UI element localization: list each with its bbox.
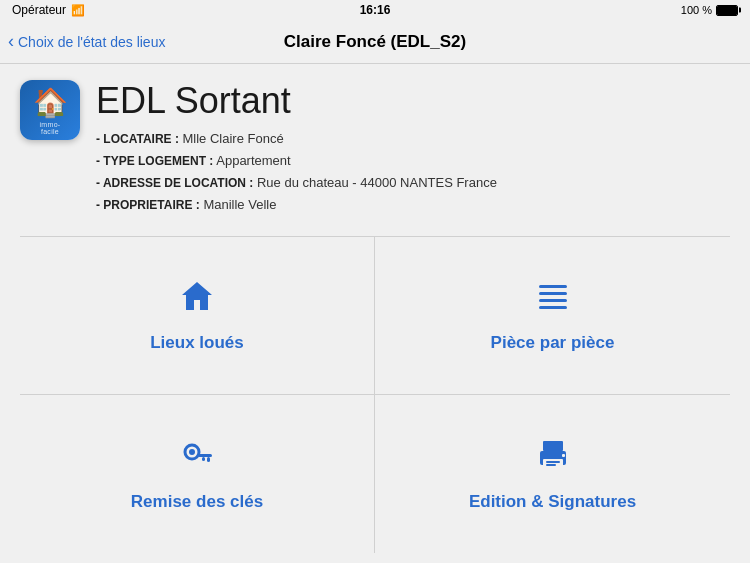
svg-rect-6 — [198, 454, 212, 457]
svg-rect-0 — [539, 285, 567, 288]
battery-icon — [716, 5, 738, 16]
adresse-value: Rue du chateau - 44000 NANTES France — [257, 175, 497, 190]
nav-title: Claire Foncé (EDL_S2) — [284, 32, 466, 52]
svg-rect-3 — [539, 306, 567, 309]
locataire-row: - LOCATAIRE : Mlle Claire Foncé — [96, 128, 497, 150]
battery-percent-label: 100 % — [681, 4, 712, 16]
edl-title: EDL Sortant — [96, 80, 497, 122]
svg-rect-1 — [539, 292, 567, 295]
svg-rect-7 — [207, 457, 210, 462]
header-section: 🏠 immo-facile EDL Sortant - LOCATAIRE : … — [20, 80, 730, 216]
nav-back-button[interactable]: ‹ Choix de l'état des lieux — [8, 33, 165, 50]
lieux-loues-button[interactable]: Lieux loués — [20, 237, 375, 395]
list-icon — [535, 278, 571, 323]
svg-rect-12 — [562, 454, 565, 457]
svg-rect-13 — [546, 461, 560, 463]
piece-par-piece-button[interactable]: Pièce par pièce — [375, 237, 730, 395]
status-right: 100 % — [681, 4, 738, 16]
lieux-loues-label: Lieux loués — [150, 333, 244, 353]
remise-des-cles-button[interactable]: Remise des clés — [20, 395, 375, 553]
proprietaire-label: - PROPRIETAIRE : — [96, 198, 200, 212]
logo-inner: 🏠 immo-facile — [33, 86, 68, 135]
edition-signatures-label: Edition & Signatures — [469, 492, 636, 512]
piece-par-piece-label: Pièce par pièce — [491, 333, 615, 353]
svg-rect-2 — [539, 299, 567, 302]
operator-label: Opérateur — [12, 3, 66, 17]
edition-signatures-button[interactable]: Edition & Signatures — [375, 395, 730, 553]
status-time: 16:16 — [360, 3, 391, 17]
proprietaire-value: Manille Velle — [203, 197, 276, 212]
type-value: Appartement — [216, 153, 290, 168]
battery-fill — [717, 6, 737, 15]
main-content: 🏠 immo-facile EDL Sortant - LOCATAIRE : … — [0, 64, 750, 563]
nav-bar: ‹ Choix de l'état des lieux Claire Foncé… — [0, 20, 750, 64]
info-list: - LOCATAIRE : Mlle Claire Foncé - TYPE L… — [96, 128, 497, 216]
house-logo-icon: 🏠 — [33, 86, 68, 119]
svg-rect-8 — [202, 457, 205, 461]
type-label: - TYPE LOGEMENT : — [96, 154, 213, 168]
house-icon — [179, 278, 215, 323]
chevron-left-icon: ‹ — [8, 32, 14, 50]
remise-des-cles-label: Remise des clés — [131, 492, 263, 512]
proprietaire-row: - PROPRIETAIRE : Manille Velle — [96, 194, 497, 216]
printer-icon — [535, 437, 571, 482]
type-row: - TYPE LOGEMENT : Appartement — [96, 150, 497, 172]
adresse-label: - ADRESSE DE LOCATION : — [96, 176, 253, 190]
status-left: Opérateur 📶 — [12, 3, 85, 17]
svg-rect-9 — [543, 441, 563, 451]
action-grid: Lieux loués Pièce par pièce — [20, 236, 730, 553]
logo-tagline: immo-facile — [40, 121, 61, 135]
nav-back-label: Choix de l'état des lieux — [18, 34, 165, 50]
locataire-value: Mlle Claire Foncé — [183, 131, 284, 146]
key-icon — [179, 437, 215, 482]
locataire-label: - LOCATAIRE : — [96, 132, 179, 146]
svg-rect-14 — [546, 464, 556, 466]
adresse-row: - ADRESSE DE LOCATION : Rue du chateau -… — [96, 172, 497, 194]
edl-info: EDL Sortant - LOCATAIRE : Mlle Claire Fo… — [96, 80, 497, 216]
svg-point-5 — [189, 449, 195, 455]
wifi-icon: 📶 — [71, 4, 85, 17]
app-logo: 🏠 immo-facile — [20, 80, 80, 140]
status-bar: Opérateur 📶 16:16 100 % — [0, 0, 750, 20]
